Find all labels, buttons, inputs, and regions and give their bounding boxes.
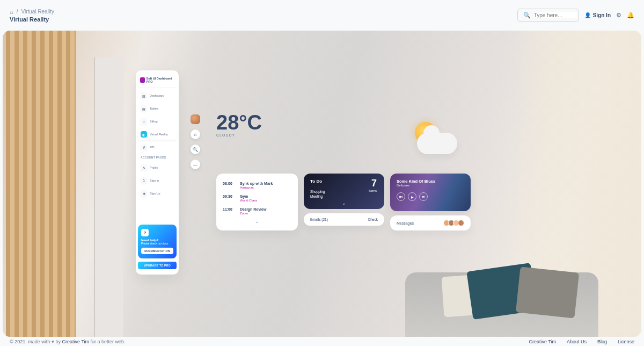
footer-link[interactable]: Creative Tim: [529, 339, 556, 344]
music-column: Some Kind Of Blues Deftones ⏮ ▶ ⏭ Messag…: [390, 174, 471, 230]
sidebar-item-tables[interactable]: ▤Tables: [138, 103, 177, 114]
search-input[interactable]: [534, 12, 577, 18]
quick-column: ⌂ 🔍 —: [191, 114, 200, 169]
profile-icon: ✎: [141, 164, 147, 171]
schedule-title: Design Review: [240, 207, 266, 211]
chevron-down-icon[interactable]: ⌄: [310, 199, 378, 206]
temperature-value: 28°C: [216, 111, 262, 134]
schedule-sub: Zoom: [240, 212, 266, 215]
todo-count-label: Items: [369, 189, 377, 192]
sidebar-item-signin[interactable]: ⎙Sign In: [138, 175, 177, 186]
footer: © 2021, made with ♥ by Creative Tim for …: [0, 337, 644, 346]
minus-icon: —: [193, 162, 197, 167]
topbar-right: 🔍 👤 Sign In ⚙ 🔔: [517, 9, 634, 22]
schedule-item[interactable]: 09:30 GymWorld Class: [216, 192, 298, 205]
signin-label: Sign In: [593, 12, 611, 18]
avatar[interactable]: [191, 114, 200, 124]
schedule-sub: World Class: [240, 199, 257, 202]
schedule-card: 08:00 Synk up with MarkHangouts 09:30 Gy…: [216, 174, 298, 230]
footer-links: Creative Tim About Us Blog License: [529, 339, 634, 344]
messages-card[interactable]: Messages: [390, 215, 471, 230]
todo-count-number: 7: [369, 178, 377, 189]
cloud-icon: [417, 133, 457, 154]
sidebar-item-profile[interactable]: ✎Profile: [138, 162, 177, 173]
music-controls: ⏮ ▶ ⏭: [397, 192, 464, 201]
breadcrumb-current: Virtual Reality: [21, 9, 54, 15]
next-button[interactable]: ⏭: [419, 192, 428, 201]
documentation-button[interactable]: DOCUMENTATION: [141, 248, 173, 254]
play-button[interactable]: ▶: [408, 192, 416, 201]
sidebar-help-card: ? Need help? Please check our docs DOCUM…: [138, 225, 177, 258]
sidebar-item-dashboard[interactable]: ▥Dashboard: [138, 90, 177, 101]
schedule-title: Synk up with Mark: [240, 182, 273, 185]
emails-card[interactable]: Emails (21) Check: [304, 213, 384, 226]
quick-minimize-button[interactable]: —: [191, 160, 200, 169]
bell-icon[interactable]: 🔔: [627, 12, 634, 19]
sidebar: Soft UI Dashboard PRO ▥Dashboard ▤Tables…: [136, 70, 179, 275]
breadcrumb-wrap: ⌂ / Virtual Reality Virtual Reality: [10, 9, 54, 23]
schedule-time: 09:30: [223, 194, 236, 202]
schedule-title: Gym: [240, 194, 257, 198]
quick-home-button[interactable]: ⌂: [191, 129, 200, 139]
music-artist: Deftones: [397, 184, 464, 187]
sidebar-item-rtl[interactable]: ⇄RTL: [138, 142, 177, 153]
todo-card: To Do 7 Items Shopping Meeting ⌄ Emails …: [304, 174, 384, 230]
search-icon: 🔍: [523, 12, 531, 19]
todo-item: Shopping: [310, 189, 378, 194]
main-area: Soft UI Dashboard PRO ▥Dashboard ▤Tables…: [3, 31, 641, 337]
sidebar-item-signup[interactable]: ✚Sign Up: [138, 188, 177, 199]
home-icon[interactable]: ⌂: [10, 9, 13, 15]
weather-temp: 28°C CLOUDY: [216, 111, 262, 137]
vr-icon: ◧: [141, 131, 147, 138]
help-icon: ?: [141, 229, 149, 236]
footer-left: © 2021, made with ♥ by Creative Tim for …: [10, 339, 126, 344]
topbar: ⌂ / Virtual Reality Virtual Reality 🔍 👤 …: [0, 0, 644, 31]
footer-link[interactable]: About Us: [567, 339, 587, 344]
schedule-time: 11:00: [223, 207, 236, 215]
sidebar-section-account: Account Pages: [138, 153, 177, 160]
signin-icon: ⎙: [141, 177, 147, 184]
message-avatars: [445, 220, 464, 226]
weather-icon: [405, 122, 459, 160]
schedule-time: 08:00: [223, 182, 236, 189]
page-title: Virtual Reality: [10, 16, 54, 23]
todo-item: Meeting: [310, 194, 378, 199]
sidebar-item-billing[interactable]: ⌂Billing: [138, 116, 177, 127]
signup-icon: ✚: [141, 190, 147, 197]
search-icon: 🔍: [193, 147, 198, 152]
breadcrumb[interactable]: ⌂ / Virtual Reality: [10, 9, 54, 15]
help-sub: Please check our docs: [141, 242, 173, 245]
todo-title: To Do: [310, 179, 378, 184]
todo-list: Shopping Meeting: [310, 189, 378, 199]
signin-link[interactable]: 👤 Sign In: [584, 12, 611, 18]
upgrade-button[interactable]: UPGRADE TO PRO: [138, 262, 177, 269]
todo-top: To Do 7 Items Shopping Meeting ⌄: [304, 174, 384, 209]
footer-link[interactable]: License: [618, 339, 634, 344]
sidebar-brand: Soft UI Dashboard PRO: [147, 77, 174, 83]
billing-icon: ⌂: [141, 118, 147, 125]
quick-search-button[interactable]: 🔍: [191, 145, 200, 154]
logo-icon: [140, 77, 145, 83]
bg-wood-panel: [6, 31, 76, 337]
sidebar-item-vr[interactable]: ◧Virtual Reality: [138, 129, 177, 140]
avatar: [458, 220, 464, 226]
search-box[interactable]: 🔍: [517, 9, 579, 22]
dashboard-icon: ▥: [141, 92, 147, 99]
footer-link[interactable]: Blog: [597, 339, 607, 344]
breadcrumb-sep: /: [17, 9, 18, 15]
schedule-item[interactable]: 08:00 Synk up with MarkHangouts: [216, 179, 298, 192]
home-icon: ⌂: [194, 132, 197, 137]
emails-check: Check: [368, 218, 378, 221]
gear-icon[interactable]: ⚙: [616, 12, 621, 19]
schedule-item[interactable]: 11:00 Design ReviewZoom: [216, 205, 298, 218]
music-card: Some Kind Of Blues Deftones ⏮ ▶ ⏭: [390, 174, 471, 211]
cards-row: 08:00 Synk up with MarkHangouts 09:30 Gy…: [216, 174, 471, 230]
sidebar-logo[interactable]: Soft UI Dashboard PRO: [138, 76, 177, 88]
emails-label: Emails (21): [310, 218, 328, 221]
footer-author-link[interactable]: Creative Tim: [62, 339, 90, 344]
user-icon: 👤: [584, 12, 591, 18]
prev-button[interactable]: ⏮: [397, 192, 405, 201]
schedule-sub: Hangouts: [240, 186, 273, 189]
tables-icon: ▤: [141, 105, 147, 112]
chevron-down-icon[interactable]: ⌄: [216, 218, 298, 225]
